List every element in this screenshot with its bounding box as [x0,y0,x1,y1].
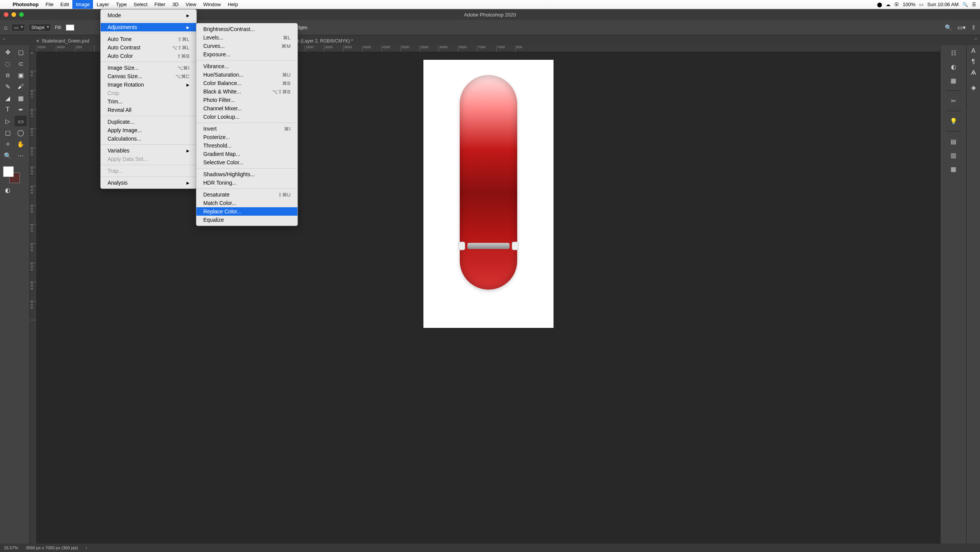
workspace-switcher-icon[interactable]: ▭▾ [957,24,966,31]
adjustments-menu-item[interactable]: Match Color... [196,199,297,207]
foreground-background-colors[interactable] [2,165,24,184]
artboard-tool[interactable]: ▢ [15,47,27,57]
adjustments-menu-item[interactable]: Exposure... [196,50,297,59]
adjustments-menu-item[interactable]: Photo Filter... [196,96,297,104]
menu-layer[interactable]: Layer [93,0,113,9]
adjustments-menu-item[interactable]: Gradient Map... [196,150,297,158]
path-select-tool[interactable]: ▷ [2,116,14,126]
adjustments-menu-item[interactable]: Posterize... [196,133,297,141]
adjustments-panel-icon[interactable]: ◐ [948,61,959,72]
menu-window[interactable]: Window [200,0,224,9]
status-chevron-icon[interactable]: › [86,545,87,550]
close-tab-icon[interactable]: ✕ [36,39,39,44]
character-panel-icon[interactable]: A [971,48,975,54]
move-tool[interactable]: ✥ [2,47,14,57]
ellipse-tool[interactable]: ◯ [15,127,27,138]
panel-icon-a[interactable]: ▤ [948,136,959,147]
maximize-window-button[interactable] [19,12,24,17]
image-menu-item[interactable]: Canvas Size...⌥⌘C [101,72,196,80]
adjustments-menu-item[interactable]: Color Balance...⌘B [196,79,297,87]
menu-view[interactable]: View [182,0,200,9]
hand-tool[interactable]: ✋ [15,139,27,149]
image-menu-item[interactable]: Image Rotation▶ [101,80,196,89]
document-info[interactable]: 3580 px x 7000 px (300 ppi) [26,545,78,550]
menu-type[interactable]: Type [113,0,130,9]
foreground-color-swatch[interactable] [3,166,14,177]
tab-collapse-left-icon[interactable]: ‹‹ [3,37,6,41]
type-tool[interactable]: T [2,104,14,115]
adjustments-menu-item[interactable]: Shadows/Highlights... [196,170,297,179]
libraries-panel-icon[interactable]: ▦ [948,75,959,86]
shape-mode-select[interactable]: Shape [29,24,51,31]
rounded-rect-tool[interactable]: ▢ [2,127,14,138]
menu-app[interactable]: Photoshop [9,0,42,9]
image-menu-item[interactable]: Variables▶ [101,146,196,155]
minimize-window-button[interactable] [11,12,16,17]
wifi-icon[interactable]: ⦿ [894,2,899,7]
close-window-button[interactable] [4,12,8,17]
adjustments-menu-item[interactable]: Hue/Saturation...⌘U [196,70,297,79]
image-menu-item[interactable]: Calculations... [101,134,196,143]
pen-tool[interactable]: ✒ [15,104,27,115]
zoom-level[interactable]: 16.57% [4,545,18,550]
tool-preset-select[interactable]: ▭ [11,24,25,31]
adjustments-menu-item[interactable]: Color Lookup... [196,113,297,121]
tools-panel-icon[interactable]: ✂ [948,95,959,106]
layers-panel-icon[interactable]: ◈ [971,84,976,91]
adjustments-menu-item[interactable]: Threshold... [196,141,297,150]
rectangle-tool[interactable]: ▭ [15,116,27,126]
properties-panel-icon[interactable]: ☷ [948,48,959,58]
image-menu-item[interactable]: Adjustments▶ [101,23,196,31]
eraser-tool[interactable]: ◢ [2,93,14,103]
glyphs-panel-icon[interactable]: Ѧ [971,69,976,76]
control-center-icon[interactable]: ☰ [972,2,976,7]
marquee-tool[interactable]: ◌ [2,58,14,69]
adjustments-menu-item[interactable]: Replace Color... [196,207,297,216]
image-menu-item[interactable]: Auto Tone⇧⌘L [101,35,196,43]
fill-swatch[interactable] [66,25,74,31]
adjustments-menu-item[interactable]: Invert⌘I [196,124,297,133]
adjustments-menu-item[interactable]: Selective Color... [196,158,297,167]
paragraph-panel-icon[interactable]: ¶ [972,58,975,65]
spotlight-icon[interactable]: 🔍 [962,2,968,7]
image-menu-item[interactable]: Trim... [101,97,196,106]
learn-panel-icon[interactable]: 💡 [948,116,959,126]
custom-shape-tool[interactable]: ✧ [2,139,14,149]
image-menu-item[interactable]: Mode▶ [101,11,196,20]
adjustments-menu-item[interactable]: Equalize [196,216,297,224]
image-menu-item[interactable]: Image Size...⌥⌘I [101,64,196,72]
image-menu-item[interactable]: Analysis▶ [101,179,196,187]
adjustments-menu-item[interactable]: HDR Toning... [196,179,297,187]
adjustments-menu-item[interactable]: Levels...⌘L [196,33,297,42]
image-menu-item[interactable]: Duplicate... [101,118,196,126]
panel-icon-b[interactable]: ▥ [948,150,959,161]
eyedropper-tool[interactable]: ✎ [2,81,14,92]
menu-select[interactable]: Select [130,0,151,9]
lasso-tool[interactable]: ⊂ [15,58,27,69]
tab-collapse-right-icon[interactable]: ›› [974,37,977,41]
menu-file[interactable]: File [42,0,57,9]
frame-tool[interactable]: ▣ [15,70,27,80]
adjustments-menu-item[interactable]: Channel Mixer... [196,104,297,113]
menu-help[interactable]: Help [224,0,242,9]
document-canvas[interactable] [423,60,554,328]
image-menu-item[interactable]: Apply Image... [101,126,196,134]
image-menu-item[interactable]: Reveal All [101,106,196,114]
zoom-tool[interactable]: 🔍 [2,150,14,161]
search-icon[interactable]: 🔍 [945,24,952,31]
share-icon[interactable]: ⇪ [971,24,976,31]
document-tab-1[interactable]: ✕ Skateboard_Green.psd [32,37,93,45]
clock[interactable]: Sun 10:06 AM [927,2,959,7]
menu-filter[interactable]: Filter [151,0,169,9]
adjustments-menu-item[interactable]: Curves...⌘M [196,42,297,50]
more-tools-icon[interactable]: ⋯ [15,150,27,161]
menu-edit[interactable]: Edit [57,0,72,9]
image-menu-item[interactable]: Auto Contrast⌥⇧⌘L [101,43,196,52]
menu-3d[interactable]: 3D [169,0,182,9]
quick-mask-tool[interactable]: ◐ [2,185,14,195]
gradient-tool[interactable]: ▦ [15,93,27,103]
adjustments-menu-item[interactable]: Vibrance... [196,62,297,70]
image-menu-item[interactable]: Auto Color⇧⌘B [101,52,196,60]
adjustments-menu-item[interactable]: Black & White...⌥⇧⌘B [196,87,297,96]
cloud-sync-icon[interactable]: ☁ [886,2,890,7]
